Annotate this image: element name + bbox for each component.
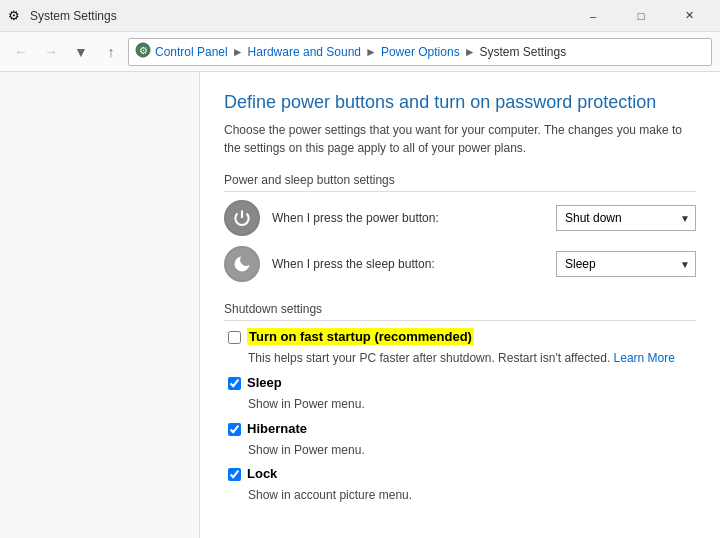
app-icon: ⚙ [8,8,24,24]
breadcrumb-hardware-sound[interactable]: Hardware and Sound [248,45,361,59]
sleep-icon [224,246,260,282]
lock-bold: Lock [247,466,277,481]
sleep-button-dropdown[interactable]: Sleep Hibernate Shut down Turn off the d… [556,251,696,277]
power-button-dropdown-wrapper: Shut down Sleep Hibernate Turn off the d… [556,205,696,231]
minimize-button[interactable]: – [570,1,616,31]
sleep-button-dropdown-wrapper: Sleep Hibernate Shut down Turn off the d… [556,251,696,277]
fast-startup-bold: Turn on fast startup (recommended) [249,329,472,344]
power-sleep-section-label: Power and sleep button settings [224,173,696,192]
up-button[interactable]: ↑ [98,39,124,65]
sidebar-nav [0,72,199,88]
title-bar: ⚙ System Settings – □ ✕ [0,0,720,32]
svg-text:⚙: ⚙ [139,45,148,56]
lock-row: Lock [228,466,696,481]
breadcrumb-icon: ⚙ [135,42,151,61]
forward-button[interactable]: → [38,39,64,65]
shutdown-items: Turn on fast startup (recommended) This … [228,329,696,504]
back-button[interactable]: ← [8,39,34,65]
main-content: Define power buttons and turn on passwor… [200,72,720,538]
page-title: Define power buttons and turn on passwor… [224,92,696,113]
close-button[interactable]: ✕ [666,1,712,31]
lock-checkbox[interactable] [228,468,241,481]
title-bar-controls: – □ ✕ [570,1,712,31]
hibernate-row: Hibernate [228,421,696,436]
breadcrumb-current: System Settings [480,45,567,59]
fast-startup-checkbox[interactable] [228,331,241,344]
address-bar: ← → ▼ ↑ ⚙ Control Panel ► Hardware and S… [0,32,720,72]
fast-startup-row: Turn on fast startup (recommended) [228,329,696,344]
power-button-row: When I press the power button: Shut down… [224,200,696,236]
sleep-desc: Show in Power menu. [248,396,696,413]
lock-label: Lock [247,466,277,481]
sleep-button-label: When I press the sleep button: [272,257,544,271]
sleep-button-row: When I press the sleep button: Sleep Hib… [224,246,696,282]
hibernate-bold: Hibernate [247,421,307,436]
hibernate-label: Hibernate [247,421,307,436]
fast-startup-desc: This helps start your PC faster after sh… [248,350,696,367]
sleep-bold: Sleep [247,375,282,390]
shutdown-section-label: Shutdown settings [224,302,696,321]
sleep-row: Sleep [228,375,696,390]
power-button-dropdown[interactable]: Shut down Sleep Hibernate Turn off the d… [556,205,696,231]
fast-startup-text: Turn on fast startup (recommended) [247,328,474,345]
button-settings-section: Power and sleep button settings When I p… [224,173,696,282]
shutdown-section: Shutdown settings Turn on fast startup (… [224,302,696,504]
hibernate-desc: Show in Power menu. [248,442,696,459]
sleep-label: Sleep [247,375,282,390]
breadcrumb-control-panel[interactable]: Control Panel [155,45,228,59]
page-description: Choose the power settings that you want … [224,121,696,157]
sleep-checkbox[interactable] [228,377,241,390]
hibernate-checkbox[interactable] [228,423,241,436]
breadcrumb-power-options[interactable]: Power Options [381,45,460,59]
fast-startup-label: Turn on fast startup (recommended) [247,329,474,344]
sidebar [0,72,200,538]
title-bar-text: System Settings [30,9,117,23]
power-icon [224,200,260,236]
lock-desc: Show in account picture menu. [248,487,696,504]
fast-startup-learn-more[interactable]: Learn More [614,351,675,365]
breadcrumb: ⚙ Control Panel ► Hardware and Sound ► P… [128,38,712,66]
main-layout: Define power buttons and turn on passwor… [0,72,720,538]
maximize-button[interactable]: □ [618,1,664,31]
power-button-label: When I press the power button: [272,211,544,225]
dropdown-history-button[interactable]: ▼ [68,39,94,65]
